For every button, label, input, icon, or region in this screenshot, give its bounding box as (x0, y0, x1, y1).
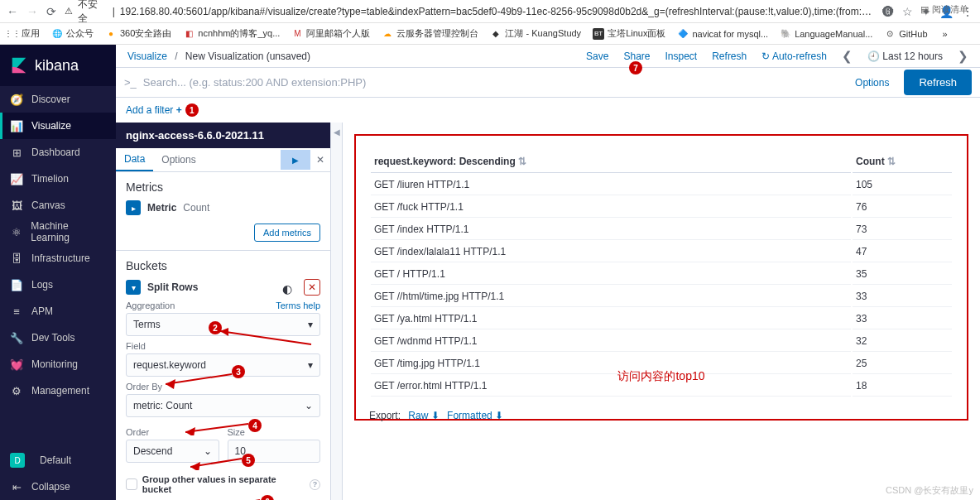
insecure-label: 不安全 (78, 0, 108, 26)
metric-label: Metric (147, 202, 176, 214)
sidebar-item-timelion[interactable]: 📈Timelion (0, 166, 116, 192)
bookmark-item[interactable]: ☁云服务器管理控制台 (382, 27, 478, 40)
panel-collapse-button[interactable]: ◀ (331, 123, 343, 500)
export-formatted-link[interactable]: Formatted ⬇ (447, 410, 503, 421)
reload-icon[interactable]: ⟳ (46, 5, 56, 18)
bookmark-item[interactable]: M阿里邮箱个人版 (291, 27, 370, 40)
kibana-sidebar: kibana 🧭Discover 📊Visualize ⊞Dashboard 📈… (0, 45, 116, 500)
time-prev-icon[interactable]: ❮ (842, 49, 853, 64)
bookmark-item[interactable]: 🌐公众号 (51, 27, 94, 40)
delete-bucket-button[interactable]: ✕ (304, 279, 320, 296)
orderby-select[interactable]: metric: Count⌄ (126, 394, 320, 417)
discard-button[interactable]: ✕ (310, 154, 330, 166)
chevron-down-icon: ▾ (308, 359, 313, 371)
cell-request: GET /index HTTP/1.1 (371, 219, 851, 240)
table-row[interactable]: GET /liuren HTTP/1.1105 (371, 175, 952, 195)
bookmarks-bar: ⋮⋮应用 🌐公众号 ●360安全路由 ◧ncnhhm的博客_yq... M阿里邮… (0, 23, 980, 45)
options-link[interactable]: Options (847, 77, 897, 89)
content-area: nginx-access-6.6.0-2021.11 Data Options … (116, 123, 980, 500)
table-row[interactable]: GET /index/lalala11 HTTP/1.147 (371, 242, 952, 262)
apps-icon: ⋮⋮ (7, 28, 18, 40)
top-actions: Save Share Inspect Refresh ↻ Auto-refres… (586, 49, 968, 64)
apps-shortcut[interactable]: ⋮⋮应用 (7, 27, 40, 40)
sidebar-item-canvas[interactable]: 🖼Canvas (0, 192, 116, 219)
inspect-button[interactable]: Inspect (665, 50, 698, 62)
filter-row: Add a filter + 1 (116, 98, 980, 123)
refresh-link[interactable]: Refresh (712, 50, 747, 62)
bookmark-icon: BT (593, 28, 604, 40)
bookmark-item[interactable]: 🐘LanguageManual... (780, 28, 872, 40)
sidebar-item-apm[interactable]: ≡APM (0, 298, 116, 325)
sidebar-item-dashboard[interactable]: ⊞Dashboard (0, 139, 116, 166)
bookmark-icon: 🔷 (677, 28, 689, 40)
sidebar-item-infra[interactable]: 🗄Infrastructure (0, 245, 116, 272)
table-row[interactable]: GET /ya.html HTTP/1.133 (371, 309, 952, 329)
back-icon[interactable]: ← (7, 5, 18, 18)
time-picker[interactable]: 🕘 Last 12 hours (867, 50, 943, 62)
breadcrumb-root[interactable]: Visualize (127, 50, 167, 62)
bookmark-item[interactable]: ●360安全路由 (105, 27, 171, 40)
result-table: request.keyword: Descending ⇅ Count ⇅ GE… (369, 149, 954, 398)
main-area: Visualize / New Visualization (unsaved) … (116, 45, 980, 500)
bookmark-item[interactable]: ◆江湖 - KuangStudy (490, 27, 581, 40)
table-row[interactable]: GET /index HTTP/1.173 (371, 219, 952, 240)
table-row[interactable]: GET /fuck HTTP/1.176 (371, 197, 952, 218)
annotation-arrow (166, 373, 240, 389)
apply-button[interactable]: ▶ (281, 150, 310, 170)
sidebar-item-devtools[interactable]: 🔧Dev Tools (0, 325, 116, 351)
add-metrics-button[interactable]: Add metrics (254, 224, 320, 242)
share-button[interactable]: Share (623, 50, 650, 62)
bookmark-item[interactable]: BT宝塔Linux面板 (593, 27, 665, 40)
search-row: >_ Search... (e.g. status:200 AND extens… (116, 68, 980, 98)
sidebar-item-monitoring[interactable]: 💓Monitoring (0, 351, 116, 377)
cell-count: 76 (853, 197, 952, 218)
star-icon[interactable]: ☆ (902, 5, 913, 18)
play-icon: ▶ (292, 156, 299, 165)
sort-icon: ⇅ (518, 156, 526, 167)
forward-icon[interactable]: → (26, 5, 38, 18)
enable-toggle[interactable]: ◐ (282, 282, 299, 292)
bookmark-item[interactable]: ◧ncnhhm的博客_yq... (183, 27, 280, 40)
sidebar-item-collapse[interactable]: ⇤Collapse (0, 474, 116, 500)
save-button[interactable]: Save (586, 50, 608, 62)
bookmark-item[interactable]: ⊙GitHub (884, 28, 927, 40)
url-bar[interactable]: ⚠ 不安全 | 192.168.80.40:5601/app/kibana#/v… (65, 0, 874, 26)
translate-icon[interactable]: 🅖 (882, 5, 894, 18)
search-input[interactable]: >_ Search... (e.g. status:200 AND extens… (124, 76, 840, 89)
bookmark-icon: 🐘 (780, 28, 791, 40)
chevron-left-icon: ◀ (334, 127, 340, 137)
reading-list[interactable]: ▤阅读清单 (920, 3, 968, 16)
terms-help-link[interactable]: Terms help (276, 300, 320, 310)
group-other-checkbox[interactable]: Group other values in separate bucket? (126, 474, 320, 494)
bucket-toggle[interactable]: ▾ (126, 280, 141, 295)
bookmark-item[interactable]: 🔷navicat for mysql... (677, 28, 768, 40)
table-row[interactable]: GET //html/time.jpg HTTP/1.133 (371, 286, 952, 307)
index-pattern-title: nginx-access-6.6.0-2021.11 (116, 123, 330, 148)
col-count[interactable]: Count ⇅ (853, 151, 952, 173)
tab-options[interactable]: Options (153, 149, 204, 171)
sidebar-item-visualize[interactable]: 📊Visualize (0, 113, 116, 139)
bookmark-icon: ● (105, 28, 117, 40)
sidebar-item-discover[interactable]: 🧭Discover (0, 86, 116, 113)
sidebar-item-default[interactable]: DDefault (0, 447, 116, 474)
sidebar-item-logs[interactable]: 📄Logs (0, 272, 116, 298)
add-filter-button[interactable]: Add a filter + (126, 104, 182, 116)
help-icon[interactable]: ? (310, 479, 320, 490)
table-row[interactable]: GET / HTTP/1.135 (371, 264, 952, 285)
metric-value: Count (183, 202, 209, 214)
bookmark-icon: M (291, 28, 303, 40)
tab-data[interactable]: Data (116, 148, 153, 171)
logo-area[interactable]: kibana (0, 45, 116, 86)
time-next-icon[interactable]: ❯ (958, 49, 968, 64)
col-request[interactable]: request.keyword: Descending ⇅ (371, 151, 851, 173)
refresh-button[interactable]: Refresh (904, 70, 972, 95)
table-row[interactable]: GET /wdnmd HTTP/1.132 (371, 331, 952, 352)
export-raw-link[interactable]: Raw ⬇ (408, 410, 439, 421)
sidebar-item-ml[interactable]: ⚛Machine Learning (0, 219, 116, 245)
apm-icon: ≡ (10, 305, 23, 318)
autorefresh-button[interactable]: ↻ Auto-refresh (761, 50, 827, 62)
bookmarks-overflow[interactable]: » (943, 29, 948, 39)
metric-toggle[interactable]: ▸ (126, 200, 141, 215)
sidebar-item-management[interactable]: ⚙Management (0, 377, 116, 404)
config-panel: nginx-access-6.6.0-2021.11 Data Options … (116, 123, 331, 500)
